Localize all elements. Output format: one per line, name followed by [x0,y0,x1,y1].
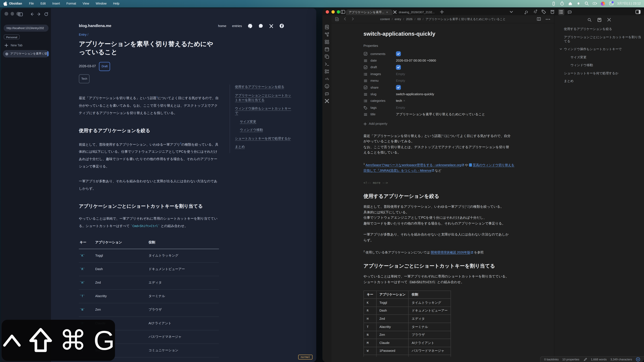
outline-item[interactable]: ショートカットキーを何で処理するか [560,71,644,75]
workspace-label[interactable]: Personal [4,34,20,39]
remove-value-icon[interactable]: × [403,98,405,104]
property-checkbox[interactable] [396,51,401,56]
window-controls[interactable] [4,12,20,15]
tab-drawing[interactable]: drawing_20260307_2132... [390,9,441,15]
workspace-layout-icon[interactable] [324,69,330,74]
close-button[interactable] [326,10,329,13]
excalidraw-icon[interactable] [324,98,330,103]
backlinks-icon[interactable] [524,9,529,14]
menu-item-help[interactable]: Help [113,2,119,5]
tags-icon[interactable] [541,9,546,14]
menu-item-window[interactable]: Window [96,2,106,5]
right-sidebar-toggle-icon[interactable] [635,9,641,14]
note-breadcrumb[interactable]: content / entry / 2026 / 03 / アプリケーションを素… [332,17,554,21]
outline-item[interactable]: まとめ [560,79,644,83]
search-icon[interactable] [588,17,592,22]
raycast-icon[interactable] [601,1,605,6]
templater-icon[interactable]: <% [324,76,330,81]
breadcrumb-segment[interactable]: entry [395,17,401,21]
outline-item[interactable]: 使用するアプリケーションを絞る [560,27,644,31]
device-status-icon[interactable] [552,1,556,6]
more-options-icon[interactable] [546,18,550,20]
outline-item[interactable]: サイズ変更 [560,55,644,59]
property-row-share[interactable]: share [364,84,516,91]
menu-item-insert[interactable]: Insert [52,2,60,5]
timer-status-icon[interactable] [560,1,564,6]
facebook-icon[interactable] [279,23,284,28]
breadcrumb[interactable]: Entry / [79,31,219,39]
new-tab-button[interactable]: New Tab [4,43,22,47]
property-row-draft[interactable]: draft [364,64,516,71]
property-row-categories[interactable]: categoriestech× [364,98,516,104]
properties-label[interactable]: Properties [364,43,516,48]
note-editor[interactable]: switch-applications-quickly Properties c… [332,23,554,357]
browser-tab[interactable]: アプリケーションを素早く切 [3,50,49,57]
outline-item[interactable]: ウィンドウ操作もショートカットキーで [560,47,644,51]
quick-switcher-icon[interactable] [324,25,330,29]
apple-menu-icon[interactable] [3,1,8,6]
property-value[interactable]: tech [396,98,402,104]
property-value[interactable]: switch-applications-quickly [396,91,434,97]
external-link[interactable]: 開発環境現状確認 2026年版 [431,251,470,254]
menu-item-edit[interactable]: Edit [40,2,46,5]
close-button[interactable] [4,12,8,15]
terminal-icon[interactable] [324,62,330,66]
toc-item[interactable]: ウィンドウ移動 [240,128,294,132]
graph-view-icon[interactable] [324,32,330,37]
bot-icon[interactable] [324,91,330,96]
property-value[interactable]: Empty [396,105,405,111]
menu-item-view[interactable]: View [83,2,89,5]
property-value[interactable]: Empty [396,71,405,77]
outline-item[interactable]: ウィンドウ移動 [560,63,644,67]
minimize-button[interactable] [331,10,334,13]
property-value[interactable]: 2026-03-07 00:00:00 +0900 [396,58,436,63]
left-sidebar-toggle-icon[interactable] [340,9,346,14]
daily-note-icon[interactable] [324,47,330,52]
blog-site-title[interactable]: blog.handlena.me [79,24,111,28]
duplicate-note-icon[interactable] [324,54,330,59]
tab-list-chevron-icon[interactable] [509,10,513,14]
spotlight-icon[interactable] [584,1,589,6]
property-value[interactable]: Empty [396,78,405,84]
breadcrumb-segment[interactable]: content [380,17,390,21]
property-value[interactable]: アプリケーションを素早く切り替えるためにやっていること [396,112,485,117]
x-social-icon[interactable] [269,23,274,28]
archive-icon[interactable] [550,9,555,14]
menu-clock[interactable]: 3月7日(土) 23:12 [617,1,641,6]
canvas-icon[interactable] [324,39,330,44]
note-title[interactable]: switch-applications-quickly [364,31,516,37]
add-property-button[interactable]: Add property [364,121,516,127]
minimize-button[interactable] [10,12,14,15]
property-row-comments[interactable]: comments [364,51,516,57]
menu-item-file[interactable]: File [29,2,34,5]
outline-icon[interactable] [558,9,564,15]
external-link[interactable]: AeroSpaceでtagベースなworkspace管理をする - unknow… [366,163,461,167]
url-bar[interactable]: http://localhost:1313/entry/202 [4,25,48,31]
comments-icon[interactable] [258,23,263,28]
footnote-ref[interactable]: 1 [156,96,158,98]
toc-item[interactable]: ウィンドウ操作もショートカットキーで [235,106,293,115]
outgoing-links-icon[interactable] [533,9,538,14]
github-icon[interactable] [248,23,252,28]
status-pause-icon[interactable] [636,357,640,362]
outline-pane-icon[interactable] [597,17,602,22]
control-center-icon[interactable] [609,1,614,6]
emoji-icon[interactable] [324,84,330,89]
tab-note[interactable]: アプリケーションを素早... × [346,9,393,15]
toc-item[interactable]: ショートカットキーを何で処理するか [235,136,293,141]
breadcrumb-segment[interactable]: アプリケーションを素早く切り替えるためにやっていること [426,17,506,21]
forward-icon[interactable] [37,12,42,16]
tab-close-icon[interactable]: × [386,10,388,14]
toc-item[interactable]: 使用するアプリケーションを絞る [235,84,293,89]
property-checkbox[interactable] [396,85,401,90]
nav-link-entries[interactable]: entries [232,24,242,28]
property-row-menu[interactable]: menuEmpty [364,77,516,84]
outline-item[interactable]: アプリケーションごとにショートカットキーを割り当てる [560,35,644,43]
status-10-properties[interactable]: 10 properties [562,358,579,361]
chevron-down-icon[interactable] [560,48,562,50]
reload-icon[interactable] [44,12,48,16]
toc-item[interactable]: まとめ [235,145,293,149]
close-icon[interactable] [607,17,611,22]
menu-app-name[interactable]: Obsidian [9,2,22,5]
category-chip[interactable]: Tech [79,74,90,83]
